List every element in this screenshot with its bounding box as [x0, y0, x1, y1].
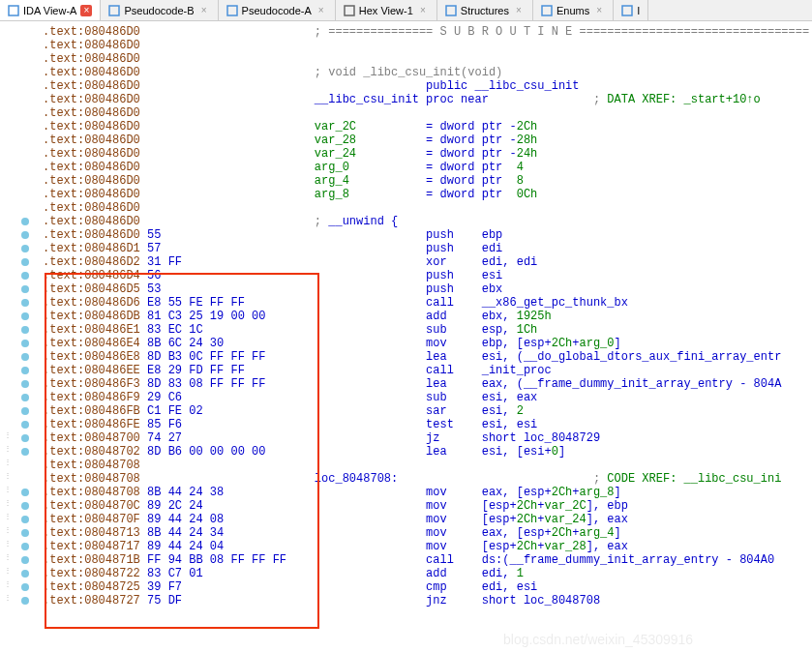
code-line[interactable]: .text:080486D0	[43, 201, 812, 215]
address: .text:0804870C	[43, 499, 140, 513]
close-icon[interactable]: ×	[80, 5, 92, 16]
breakpoint-dot[interactable]	[21, 326, 29, 334]
svg-rect-3	[345, 6, 354, 15]
code-line[interactable]: .text:080486D0 var_2C = dword ptr -2Ch	[43, 120, 812, 133]
code-line[interactable]: .text:080486D0 var_28 = dword ptr -28h	[43, 133, 812, 147]
instruction: sub esp, 1Ch	[315, 323, 537, 337]
code-line[interactable]: .text:080486D0 arg_0 = dword ptr 4	[43, 161, 812, 174]
code-line[interactable]: .text:08048725 39 F7 cmp edi, esi	[43, 580, 812, 594]
breakpoint-dot[interactable]	[21, 231, 29, 239]
close-icon[interactable]: ×	[593, 5, 605, 16]
code-line[interactable]: .text:080486D0 public __libc_csu_init	[43, 79, 812, 93]
tab-ida-view-a[interactable]: IDA View-A×	[0, 0, 101, 20]
instruction: ; __unwind {	[315, 215, 398, 228]
code-line[interactable]: .text:080486D1 57 push edi	[43, 242, 812, 255]
code-line[interactable]: .text:08048708 8B 44 24 38 mov eax, [esp…	[43, 486, 812, 499]
code-line[interactable]: .text:080486D6 E8 55 FE FF FF call __x86…	[43, 296, 812, 310]
disassembly-view[interactable]: ⋮⋮⋮⋮⋮⋮⋮⋮⋮⋮⋮⋮⋮ .text:080486D0 ; =========…	[0, 21, 812, 608]
breakpoint-dot[interactable]	[21, 245, 29, 252]
breakpoint-dot[interactable]	[21, 407, 29, 415]
breakpoint-dot[interactable]	[21, 285, 29, 293]
tab-hex-view-1[interactable]: Hex View-1×	[336, 0, 437, 20]
code-line[interactable]: .text:080486FB C1 FE 02 sar esi, 2	[43, 404, 812, 418]
breakpoint-dot[interactable]	[21, 272, 29, 280]
code-line[interactable]: .text:080486D5 53 push ebx	[43, 282, 812, 296]
hex-bytes	[147, 66, 315, 79]
hex-bytes: 57	[147, 242, 315, 255]
instruction: cmp edi, esi	[315, 580, 537, 594]
breakpoint-dot[interactable]	[21, 380, 29, 388]
code-line[interactable]: .text:08048717 89 44 24 04 mov [esp+2Ch+…	[43, 540, 812, 553]
breakpoint-dot[interactable]	[21, 312, 29, 320]
code-line[interactable]: .text:080486D0 var_24 = dword ptr -24h	[43, 147, 812, 161]
hex-bytes: 8B 6C 24 30	[147, 337, 315, 350]
instruction: call _init_proc	[315, 364, 552, 377]
flow-arrow: ⋮	[4, 431, 23, 439]
breakpoint-dot[interactable]	[21, 218, 29, 225]
tab-icon	[621, 5, 633, 16]
code-line[interactable]: .text:080486D0	[43, 106, 812, 120]
code-line[interactable]: .text:08048722 83 C7 01 add edi, 1	[43, 567, 812, 580]
instruction: lea esi, (__do_global_dtors_aux_fini_arr…	[315, 350, 782, 364]
tab-structures[interactable]: Structures×	[437, 0, 533, 20]
code-line[interactable]: .text:080486D2 31 FF xor edi, edi	[43, 255, 812, 269]
breakpoint-dot[interactable]	[21, 299, 29, 307]
tab-enums[interactable]: Enums×	[533, 0, 614, 20]
address: .text:080486D6	[43, 296, 140, 310]
code-line[interactable]: .text:080486D0 55 push ebp	[43, 228, 812, 242]
breakpoint-dot[interactable]	[21, 340, 29, 347]
code-line[interactable]: .text:080486E8 8D B3 0C FF FF FF lea esi…	[43, 350, 812, 364]
hex-bytes	[147, 120, 315, 133]
address: .text:08048722	[43, 567, 140, 580]
code-line[interactable]: .text:080486F3 8D 83 08 FF FF FF lea eax…	[43, 377, 812, 391]
hex-bytes: 8B 44 24 34	[147, 526, 315, 540]
close-icon[interactable]: ×	[198, 5, 210, 16]
tab-pseudocode-a[interactable]: Pseudocode-A×	[219, 0, 336, 20]
close-icon[interactable]: ×	[316, 5, 327, 16]
code-line[interactable]: .text:080486F9 29 C6 sub esi, eax	[43, 391, 812, 404]
code-line[interactable]: .text:08048727 75 DF jnz short loc_80487…	[43, 594, 812, 608]
code-line[interactable]: .text:0804870F 89 44 24 08 mov [esp+2Ch+…	[43, 513, 812, 526]
code-line[interactable]: .text:0804870C 89 2C 24 mov [esp+2Ch+var…	[43, 499, 812, 513]
code-line[interactable]: .text:08048702 8D B6 00 00 00 00 lea esi…	[43, 445, 812, 459]
hex-bytes: FF 94 BB 08 FF FF FF	[147, 553, 315, 567]
code-line[interactable]: .text:08048700 74 27 jz short loc_804872…	[43, 431, 812, 445]
code-line[interactable]: .text:080486D0	[43, 39, 812, 52]
code-line[interactable]: .text:080486D0 ; =============== S U B R…	[43, 25, 812, 39]
code-line[interactable]: .text:080486D4 56 push esi	[43, 269, 812, 282]
flow-arrow: ⋮	[4, 540, 23, 548]
hex-bytes	[147, 161, 315, 174]
close-icon[interactable]: ×	[417, 5, 429, 16]
hex-bytes: 29 C6	[147, 391, 315, 404]
address: .text:080486D0	[43, 79, 140, 93]
breakpoint-dot[interactable]	[21, 258, 29, 266]
hex-bytes: 89 2C 24	[147, 499, 315, 513]
tab-label: Pseudocode-A	[242, 5, 312, 16]
code-line[interactable]: .text:0804871B FF 94 BB 08 FF FF FF call…	[43, 553, 812, 567]
code-line[interactable]: .text:080486E1 83 EC 1C sub esp, 1Ch	[43, 323, 812, 337]
code-line[interactable]: .text:080486D0 arg_4 = dword ptr 8	[43, 174, 812, 188]
code-line[interactable]: .text:080486D0	[43, 52, 812, 66]
tab-pseudocode-b[interactable]: Pseudocode-B×	[101, 0, 218, 20]
code-line[interactable]: .text:080486D0 __libc_csu_init proc near…	[43, 93, 812, 106]
flow-arrow: ⋮	[4, 594, 23, 602]
code-line[interactable]: .text:080486DB 81 C3 25 19 00 00 add ebx…	[43, 310, 812, 323]
code-line[interactable]: .text:08048708	[43, 459, 812, 472]
breakpoint-dot[interactable]	[21, 367, 29, 374]
code-line[interactable]: .text:080486E4 8B 6C 24 30 mov ebp, [esp…	[43, 337, 812, 350]
tab-i[interactable]: I	[614, 0, 648, 20]
code-line[interactable]: .text:080486EE E8 29 FD FF FF call _init…	[43, 364, 812, 377]
close-icon[interactable]: ×	[513, 5, 525, 16]
code-line[interactable]: .text:080486D0 ; void _libc_csu_init(voi…	[43, 66, 812, 79]
code-line[interactable]: .text:08048708 loc_8048708: ; CODE XREF:…	[43, 472, 812, 486]
code-line[interactable]: .text:08048713 8B 44 24 34 mov eax, [esp…	[43, 526, 812, 540]
instruction: var_2C = dword ptr -2Ch	[315, 120, 537, 133]
breakpoint-dot[interactable]	[21, 421, 29, 429]
svg-rect-0	[9, 6, 18, 15]
code-line[interactable]: .text:080486D0 arg_8 = dword ptr 0Ch	[43, 188, 812, 201]
breakpoint-dot[interactable]	[21, 394, 29, 401]
tab-label: Structures	[461, 5, 509, 16]
code-line[interactable]: .text:080486FE 85 F6 test esi, esi	[43, 418, 812, 431]
breakpoint-dot[interactable]	[21, 353, 29, 361]
code-line[interactable]: .text:080486D0 ; __unwind {	[43, 215, 812, 228]
